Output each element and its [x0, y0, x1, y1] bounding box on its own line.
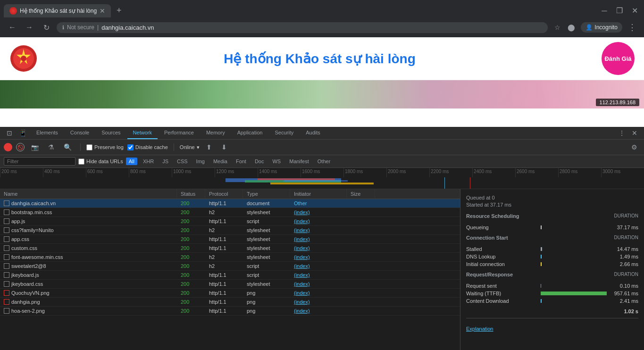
import-button[interactable]: ⬆: [203, 142, 215, 153]
disable-cache-checkbox[interactable]: Disable cache: [127, 144, 168, 150]
resource-scheduling-section: Resource Scheduling DURATION Queueing 37…: [466, 213, 638, 230]
minimize-button[interactable]: ─: [599, 5, 610, 17]
back-button[interactable]: ←: [6, 21, 19, 34]
tab-elements[interactable]: Elements: [31, 127, 64, 139]
filename-5: custom.css: [11, 245, 37, 251]
tab-application[interactable]: Application: [232, 127, 268, 139]
col-status[interactable]: Status: [177, 189, 205, 199]
record-button[interactable]: [4, 143, 12, 151]
devtools-close-button[interactable]: ✕: [629, 127, 640, 139]
col-size[interactable]: Size: [347, 189, 375, 199]
filter-media-button[interactable]: Media: [210, 158, 230, 165]
camera-button[interactable]: 📷: [28, 142, 42, 153]
tab-close-button[interactable]: ✕: [100, 7, 105, 15]
url-text[interactable]: danhgia.caicach.vn: [101, 24, 542, 31]
filename-7: sweetalert2@8: [11, 263, 46, 269]
svg-point-3: [21, 56, 26, 61]
reload-button[interactable]: ↻: [40, 21, 53, 34]
filter-xhr-button[interactable]: XHR: [140, 158, 157, 165]
filename-8: jkeyboard.js: [11, 272, 39, 278]
table-row[interactable]: danhgia.png 200 http/1.1 png (index): [0, 298, 460, 307]
tab-performance[interactable]: Performance: [159, 127, 200, 139]
table-row[interactable]: custom.css 200 http/1.1 stylesheet (inde…: [0, 244, 460, 253]
timeline-bars: [0, 177, 644, 189]
export-button[interactable]: ⬇: [218, 142, 230, 153]
duration-header-3: DURATION: [614, 272, 638, 280]
filter-doc-button[interactable]: Doc: [252, 158, 267, 165]
filter-other-button[interactable]: Other: [315, 158, 334, 165]
tab-sources[interactable]: Sources: [96, 127, 126, 139]
initiator-value-2[interactable]: (index): [294, 218, 310, 224]
clear-button[interactable]: 🚫: [16, 143, 25, 151]
initiator-value-4[interactable]: (index): [294, 236, 310, 242]
cell-status-11: 200: [177, 298, 205, 306]
table-row[interactable]: sweetalert2@8 200 h2 script (index): [0, 262, 460, 271]
table-row[interactable]: danhgia.caicach.vn 200 http/1.1 document…: [0, 199, 460, 208]
initiator-value-10[interactable]: (index): [294, 290, 310, 296]
danh-gia-button[interactable]: Đánh Giá: [602, 42, 635, 75]
table-row[interactable]: app.js 200 http/1.1 script (index): [0, 217, 460, 226]
table-row[interactable]: hoa-sen-2.png 200 http/1.1 png (index): [0, 307, 460, 316]
menu-button[interactable]: ⋮: [626, 20, 638, 34]
file-icon-10: [4, 290, 9, 296]
table-row[interactable]: QuochuyVN.png 200 http/1.1 png (index): [0, 289, 460, 298]
settings-button[interactable]: ⚙: [628, 142, 640, 153]
col-type[interactable]: Type: [243, 189, 290, 199]
tab-security[interactable]: Security: [269, 127, 299, 139]
initiator-value-6[interactable]: (index): [294, 254, 310, 260]
explanation-link[interactable]: Explanation: [466, 326, 493, 332]
new-tab-button[interactable]: +: [113, 4, 125, 17]
cell-initiator-2: (index): [290, 217, 347, 225]
timeline-tick-row: 200 ms 400 ms 600 ms 800 ms 1000 ms 1200…: [0, 168, 644, 177]
preserve-log-input[interactable]: [86, 144, 92, 150]
initiator-value-5[interactable]: (index): [294, 245, 310, 251]
initiator-value-3[interactable]: (index): [294, 227, 310, 233]
filter-all-button[interactable]: All: [126, 158, 137, 165]
maximize-button[interactable]: ❐: [614, 5, 625, 17]
col-protocol[interactable]: Protocol: [205, 189, 243, 199]
table-row[interactable]: jkeyboard.css 200 http/1.1 stylesheet (i…: [0, 280, 460, 289]
forward-button[interactable]: →: [23, 21, 36, 34]
tab-network[interactable]: Network: [127, 127, 158, 139]
filter-css-button[interactable]: CSS: [174, 158, 191, 165]
initiator-value-9[interactable]: (index): [294, 281, 310, 287]
table-row[interactable]: jkeyboard.js 200 http/1.1 script (index): [0, 271, 460, 280]
bookmark-button[interactable]: ☆: [552, 22, 563, 33]
table-row[interactable]: css?family=Nunito 200 h2 stylesheet (ind…: [0, 226, 460, 235]
col-initiator[interactable]: Initiator: [290, 189, 347, 199]
initiator-value-1[interactable]: (index): [294, 209, 310, 215]
table-row[interactable]: font-awesome.min.css 200 h2 stylesheet (…: [0, 253, 460, 262]
initiator-value-8[interactable]: (index): [294, 272, 310, 278]
initiator-value-12[interactable]: (index): [294, 308, 310, 314]
table-row[interactable]: app.css 200 http/1.1 stylesheet (index): [0, 235, 460, 244]
table-row[interactable]: bootstrap.min.css 200 h2 stylesheet (ind…: [0, 208, 460, 217]
hide-data-urls-input[interactable]: [78, 158, 84, 165]
initiator-value-11[interactable]: (index): [294, 299, 310, 305]
tab-memory[interactable]: Memory: [201, 127, 231, 139]
tab-audits[interactable]: Audits: [300, 127, 326, 139]
search-button[interactable]: 🔍: [61, 142, 75, 153]
filter-js-button[interactable]: JS: [159, 158, 171, 165]
hide-data-urls-checkbox[interactable]: Hide data URLs: [78, 158, 123, 165]
tab-console[interactable]: Console: [65, 127, 95, 139]
devtools-mobile-button[interactable]: 📱: [16, 127, 30, 139]
filter-img-button[interactable]: Img: [193, 158, 208, 165]
filter-manifest-button[interactable]: Manifest: [286, 158, 312, 165]
network-conditions-button[interactable]: Online ▾: [180, 144, 200, 150]
initiator-value-7[interactable]: (index): [294, 263, 310, 269]
close-button[interactable]: ✕: [629, 5, 640, 17]
disable-cache-input[interactable]: [127, 144, 134, 150]
col-name[interactable]: Name: [0, 189, 177, 199]
extension-icon[interactable]: ⬤: [566, 22, 577, 33]
filter-button[interactable]: ⚗: [45, 142, 57, 153]
filter-input[interactable]: [4, 157, 75, 166]
devtools-more-button[interactable]: ⋮: [616, 127, 628, 139]
filter-ws-button[interactable]: WS: [269, 158, 284, 165]
preserve-log-checkbox[interactable]: Preserve log: [86, 144, 124, 150]
browser-tab[interactable]: Hệ thống Khảo sát sự hài lòng ✕: [4, 4, 111, 17]
devtools-toolbar: ⊡ 📱 Elements Console Sources Network Per…: [0, 127, 644, 140]
filter-font-button[interactable]: Font: [233, 158, 249, 165]
devtools-dock-button[interactable]: ⊡: [4, 127, 15, 139]
cell-status-8: 200: [177, 271, 205, 279]
profile-button[interactable]: 👤 Incognito: [581, 22, 622, 33]
